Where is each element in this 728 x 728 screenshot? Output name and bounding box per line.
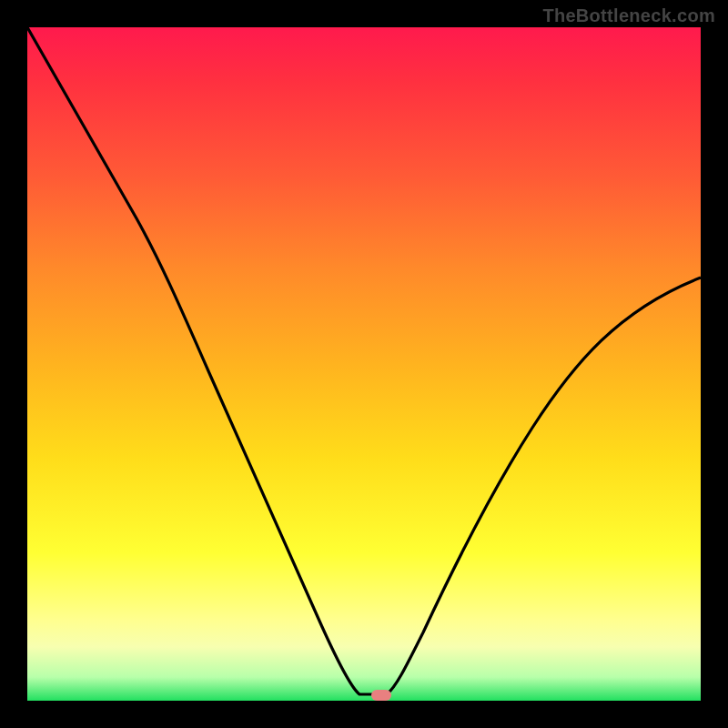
plot-area [27,27,701,701]
watermark-text: TheBottleneck.com [542,5,715,26]
optimum-marker [371,690,391,701]
bottleneck-curve [27,27,701,694]
chart-frame: TheBottleneck.com [0,0,728,728]
curve-svg [27,27,701,701]
